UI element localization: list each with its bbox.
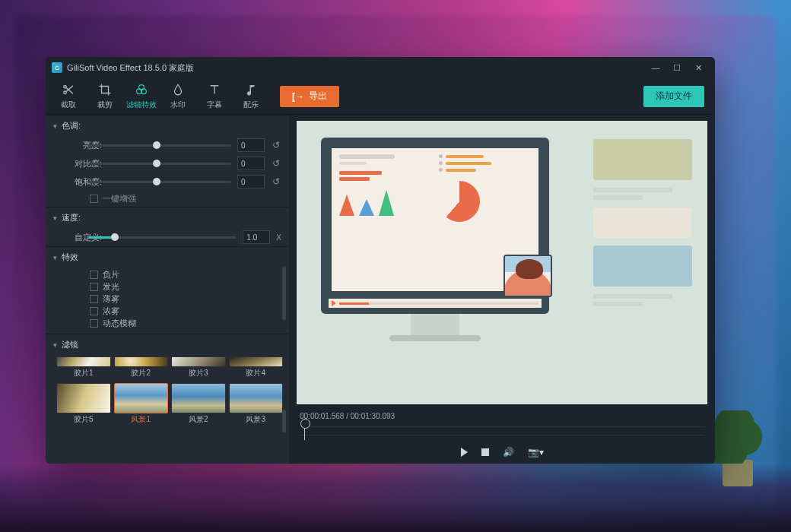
tab-label: 配乐: [243, 100, 259, 110]
tab-cut[interactable]: 截取: [50, 80, 87, 113]
svg-point-1: [64, 91, 66, 93]
section-header-tone[interactable]: ▾ 色调:: [46, 116, 289, 136]
camera-icon: 📷▾: [528, 447, 544, 458]
maximize-button[interactable]: ☐: [666, 63, 688, 73]
filter-item[interactable]: 胶片3: [171, 356, 226, 380]
reset-icon[interactable]: ↺: [271, 140, 281, 150]
slider-track[interactable]: [88, 144, 231, 147]
tab-music[interactable]: 配乐: [233, 80, 269, 113]
droplet-icon: [171, 83, 185, 99]
slider-brightness: 亮度: 0 ↺: [46, 136, 289, 154]
slider-track[interactable]: [88, 236, 237, 239]
slider-saturation: 饱和度: 0 ↺: [46, 173, 289, 191]
slider-thumb[interactable]: [153, 141, 160, 149]
slider-thumb[interactable]: [111, 233, 119, 241]
caret-down-icon: ▾: [53, 341, 57, 349]
slider-speed: 自定义: 1.0 X: [46, 228, 289, 246]
one-click-enhance-row: 一键增强: [46, 191, 289, 207]
effects-list: 负片 发光 薄雾 浓雾 动态模糊: [46, 268, 289, 334]
stop-button[interactable]: [481, 447, 489, 458]
playback-controls: 🔊 📷▾: [300, 444, 704, 464]
caret-down-icon: ▾: [53, 254, 57, 261]
app-body: ▾ 色调: 亮度: 0 ↺ 对比度: 0 ↺: [46, 115, 715, 464]
filter-item[interactable]: 风景2: [171, 383, 226, 426]
effect-item[interactable]: 薄雾: [90, 293, 281, 305]
timecode-label: 00:00:01.568 / 00:01:30.093: [300, 410, 704, 422]
checkbox[interactable]: [90, 283, 98, 291]
filter-item[interactable]: 胶片5: [56, 383, 111, 426]
add-file-button[interactable]: 添加文件: [643, 86, 704, 107]
desk-edge: [0, 464, 791, 532]
scrollbar[interactable]: [282, 410, 286, 432]
section-header-filters[interactable]: ▾ 滤镜: [46, 334, 289, 355]
timeline: 00:00:01.568 / 00:01:30.093 🔊 📷▾: [289, 407, 715, 464]
slider-value[interactable]: 0: [237, 175, 265, 188]
tab-subtitle[interactable]: 字幕: [196, 80, 233, 113]
tab-filter-effects[interactable]: 滤镜特效: [123, 80, 160, 113]
window-title: GiliSoft Video Effect 18.5.0 家庭版: [67, 62, 194, 74]
slider-contrast: 对比度: 0 ↺: [46, 154, 289, 173]
tab-watermark[interactable]: 水印: [160, 80, 196, 113]
slider-value[interactable]: 0: [237, 138, 265, 152]
reset-icon[interactable]: ↺: [271, 176, 281, 187]
effect-item[interactable]: 浓雾: [90, 306, 281, 317]
music-icon: [244, 83, 258, 99]
checkbox[interactable]: [90, 319, 98, 328]
filter-item[interactable]: 胶片4: [229, 356, 284, 380]
section-speed: ▾ 速度: 自定义: 1.0 X: [46, 207, 289, 246]
filter-item[interactable]: 风景1: [114, 383, 169, 426]
filter-thumbnail: [56, 356, 111, 367]
section-tone: ▾ 色调: 亮度: 0 ↺ 对比度: 0 ↺: [46, 115, 289, 207]
timeline-tracks[interactable]: [300, 422, 704, 444]
filter-thumbnail: [114, 383, 169, 413]
filter-grid: 胶片1 胶片2 胶片3 胶片4 胶片5 风景1 风景2 风景3: [46, 355, 289, 464]
close-button[interactable]: ✕: [688, 63, 709, 73]
checkbox[interactable]: [90, 307, 98, 315]
effect-item[interactable]: 负片: [90, 269, 281, 280]
slider-track[interactable]: [88, 181, 231, 183]
tab-label: 滤镜特效: [126, 100, 157, 110]
reset-icon[interactable]: ↺: [271, 158, 281, 169]
checkbox[interactable]: [90, 271, 98, 279]
section-title: 特效: [62, 252, 78, 263]
video-preview[interactable]: [297, 121, 707, 404]
export-label: 导出: [309, 90, 327, 103]
section-effects: ▾ 特效 负片 发光 薄雾 浓雾 动态模糊: [46, 246, 289, 334]
section-title: 速度:: [62, 212, 81, 223]
volume-button[interactable]: 🔊: [503, 447, 514, 458]
effect-item[interactable]: 发光: [90, 281, 281, 293]
section-header-speed[interactable]: ▾ 速度:: [46, 207, 289, 228]
play-button[interactable]: [461, 447, 468, 458]
slider-value[interactable]: 0: [237, 157, 265, 170]
filter-thumbnail: [229, 356, 284, 367]
filter-item[interactable]: 风景3: [229, 383, 284, 426]
checkbox-enhance[interactable]: [90, 195, 98, 203]
slider-thumb[interactable]: [153, 160, 160, 167]
filter-item[interactable]: 胶片1: [56, 356, 111, 380]
tab-crop[interactable]: 裁剪: [87, 80, 123, 113]
snapshot-button[interactable]: 📷▾: [528, 447, 544, 458]
filter-thumbnail: [171, 356, 226, 367]
section-header-effects[interactable]: ▾ 特效: [46, 247, 289, 268]
app-icon: G: [52, 62, 62, 73]
left-panel: ▾ 色调: 亮度: 0 ↺ 对比度: 0 ↺: [46, 115, 289, 464]
right-panel: 00:00:01.568 / 00:01:30.093 🔊 📷▾: [289, 115, 715, 464]
playhead[interactable]: [304, 422, 305, 440]
checkbox[interactable]: [90, 295, 98, 303]
text-icon: [208, 83, 221, 99]
section-filters: ▾ 滤镜 胶片1 胶片2 胶片3 胶片4 胶片5 风景1 风景2 风景3: [46, 334, 289, 464]
scrollbar[interactable]: [282, 267, 286, 320]
slider-track[interactable]: [88, 163, 231, 165]
export-button[interactable]: [→ 导出: [280, 86, 339, 107]
speed-value[interactable]: 1.0: [243, 230, 270, 244]
effect-item[interactable]: 动态模糊: [90, 318, 281, 329]
slider-thumb[interactable]: [153, 178, 160, 185]
minimize-button[interactable]: —: [645, 63, 666, 72]
tab-label: 字幕: [207, 100, 222, 110]
tab-label: 裁剪: [97, 100, 113, 110]
titlebar[interactable]: G GiliSoft Video Effect 18.5.0 家庭版 — ☐ ✕: [46, 57, 715, 78]
filter-item[interactable]: 胶片2: [114, 356, 169, 380]
stop-icon: [481, 448, 489, 456]
scene-monitor: [321, 138, 549, 314]
app-window: G GiliSoft Video Effect 18.5.0 家庭版 — ☐ ✕…: [46, 57, 715, 464]
